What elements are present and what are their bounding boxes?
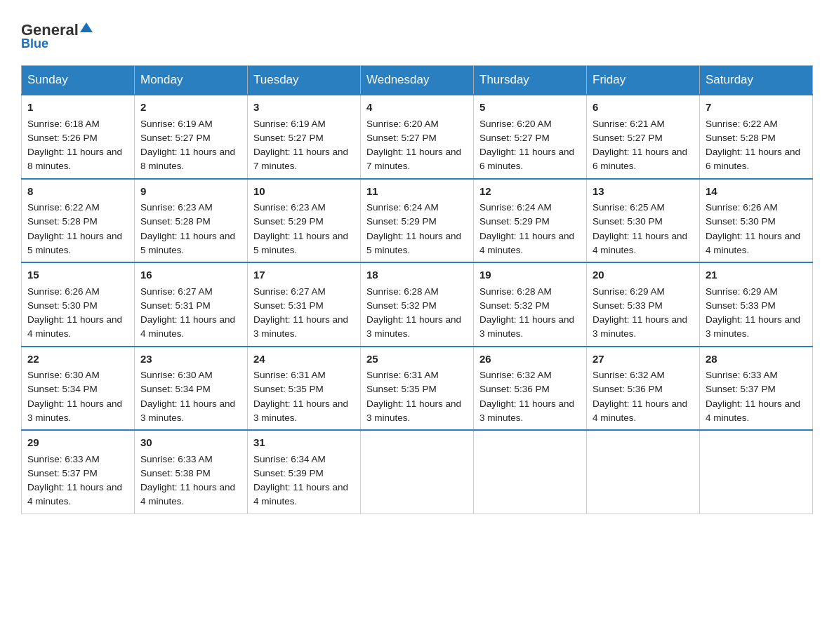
calendar-cell: 24 Sunrise: 6:31 AM Sunset: 5:35 PM Dayl…	[248, 347, 361, 431]
sunrise-label: Sunrise: 6:28 AM	[479, 286, 552, 297]
day-number: 15	[27, 267, 128, 283]
day-number: 25	[366, 351, 468, 368]
calendar-week-row: 29 Sunrise: 6:33 AM Sunset: 5:37 PM Dayl…	[22, 430, 813, 514]
daylight-label: Daylight: 11 hours and 4 minutes.	[140, 314, 235, 339]
sunset-label: Sunset: 5:29 PM	[253, 216, 324, 227]
day-header-sunday: Sunday	[22, 66, 135, 95]
calendar-cell: 23 Sunrise: 6:30 AM Sunset: 5:34 PM Dayl…	[135, 347, 248, 431]
page-header: General Blue	[21, 21, 813, 51]
sunrise-label: Sunrise: 6:29 AM	[593, 286, 665, 297]
day-number: 3	[253, 100, 355, 116]
day-number: 12	[479, 184, 581, 200]
calendar-week-row: 8 Sunrise: 6:22 AM Sunset: 5:28 PM Dayli…	[22, 179, 813, 263]
calendar-cell: 13 Sunrise: 6:25 AM Sunset: 5:30 PM Dayl…	[587, 179, 700, 263]
logo-triangle-icon	[80, 21, 93, 34]
sunrise-label: Sunrise: 6:27 AM	[253, 286, 326, 297]
sunset-label: Sunset: 5:27 PM	[366, 133, 437, 143]
daylight-label: Daylight: 11 hours and 3 minutes.	[706, 314, 800, 339]
calendar-cell: 22 Sunrise: 6:30 AM Sunset: 5:34 PM Dayl…	[22, 347, 135, 431]
daylight-label: Daylight: 11 hours and 4 minutes.	[253, 482, 348, 507]
daylight-label: Daylight: 11 hours and 6 minutes.	[479, 147, 574, 171]
sunset-label: Sunset: 5:36 PM	[593, 384, 663, 394]
sunrise-label: Sunrise: 6:28 AM	[366, 286, 439, 297]
day-number: 7	[706, 100, 807, 116]
daylight-label: Daylight: 11 hours and 7 minutes.	[366, 147, 461, 171]
sunset-label: Sunset: 5:28 PM	[27, 216, 98, 227]
logo-blue-text: Blue	[21, 36, 48, 51]
calendar-cell	[700, 430, 813, 514]
calendar-cell: 15 Sunrise: 6:26 AM Sunset: 5:30 PM Dayl…	[22, 262, 135, 347]
calendar-cell: 10 Sunrise: 6:23 AM Sunset: 5:29 PM Dayl…	[248, 179, 361, 263]
day-number: 18	[366, 267, 468, 283]
sunset-label: Sunset: 5:34 PM	[27, 384, 98, 394]
daylight-label: Daylight: 11 hours and 6 minutes.	[706, 147, 800, 171]
sunset-label: Sunset: 5:38 PM	[140, 468, 211, 478]
sunset-label: Sunset: 5:34 PM	[140, 384, 211, 394]
sunrise-label: Sunrise: 6:29 AM	[706, 286, 778, 297]
sunrise-label: Sunrise: 6:33 AM	[27, 454, 100, 464]
calendar-cell: 8 Sunrise: 6:22 AM Sunset: 5:28 PM Dayli…	[22, 179, 135, 263]
sunset-label: Sunset: 5:30 PM	[27, 300, 98, 311]
sunset-label: Sunset: 5:29 PM	[366, 216, 437, 227]
daylight-label: Daylight: 11 hours and 3 minutes.	[140, 398, 235, 423]
daylight-label: Daylight: 11 hours and 8 minutes.	[140, 147, 235, 171]
calendar-cell: 9 Sunrise: 6:23 AM Sunset: 5:28 PM Dayli…	[135, 179, 248, 263]
calendar-cell: 28 Sunrise: 6:33 AM Sunset: 5:37 PM Dayl…	[700, 347, 813, 431]
sunrise-label: Sunrise: 6:30 AM	[27, 370, 100, 380]
calendar-cell: 4 Sunrise: 6:20 AM Sunset: 5:27 PM Dayli…	[361, 95, 474, 179]
daylight-label: Daylight: 11 hours and 7 minutes.	[253, 147, 348, 171]
daylight-label: Daylight: 11 hours and 3 minutes.	[253, 398, 348, 423]
day-header-monday: Monday	[135, 66, 248, 95]
calendar-week-row: 22 Sunrise: 6:30 AM Sunset: 5:34 PM Dayl…	[22, 347, 813, 431]
calendar-cell: 17 Sunrise: 6:27 AM Sunset: 5:31 PM Dayl…	[248, 262, 361, 347]
day-header-friday: Friday	[587, 66, 700, 95]
sunrise-label: Sunrise: 6:30 AM	[140, 370, 213, 380]
daylight-label: Daylight: 11 hours and 4 minutes.	[479, 231, 574, 255]
sunrise-label: Sunrise: 6:20 AM	[366, 119, 439, 129]
daylight-label: Daylight: 11 hours and 3 minutes.	[27, 398, 122, 423]
sunset-label: Sunset: 5:36 PM	[479, 384, 550, 394]
sunset-label: Sunset: 5:27 PM	[479, 133, 550, 143]
day-number: 13	[593, 184, 694, 200]
daylight-label: Daylight: 11 hours and 5 minutes.	[140, 231, 235, 255]
sunset-label: Sunset: 5:32 PM	[479, 300, 550, 311]
calendar-cell: 12 Sunrise: 6:24 AM Sunset: 5:29 PM Dayl…	[474, 179, 587, 263]
sunrise-label: Sunrise: 6:22 AM	[706, 119, 778, 129]
day-number: 11	[366, 184, 468, 200]
calendar-cell: 21 Sunrise: 6:29 AM Sunset: 5:33 PM Dayl…	[700, 262, 813, 347]
sunset-label: Sunset: 5:35 PM	[253, 384, 324, 394]
sunrise-label: Sunrise: 6:33 AM	[140, 454, 213, 464]
sunset-label: Sunset: 5:31 PM	[253, 300, 324, 311]
sunset-label: Sunset: 5:27 PM	[253, 133, 324, 143]
day-number: 27	[593, 351, 694, 368]
daylight-label: Daylight: 11 hours and 6 minutes.	[593, 147, 687, 171]
sunrise-label: Sunrise: 6:31 AM	[366, 370, 439, 380]
calendar-cell: 26 Sunrise: 6:32 AM Sunset: 5:36 PM Dayl…	[474, 347, 587, 431]
calendar-cell: 3 Sunrise: 6:19 AM Sunset: 5:27 PM Dayli…	[248, 95, 361, 179]
sunrise-label: Sunrise: 6:33 AM	[706, 370, 778, 380]
day-number: 22	[27, 351, 128, 368]
sunset-label: Sunset: 5:28 PM	[140, 216, 211, 227]
daylight-label: Daylight: 11 hours and 4 minutes.	[706, 398, 800, 423]
calendar-table: SundayMondayTuesdayWednesdayThursdayFrid…	[21, 65, 813, 514]
logo: General Blue	[21, 21, 93, 51]
day-number: 23	[140, 351, 241, 368]
calendar-cell: 2 Sunrise: 6:19 AM Sunset: 5:27 PM Dayli…	[135, 95, 248, 179]
sunrise-label: Sunrise: 6:26 AM	[706, 202, 778, 213]
sunrise-label: Sunrise: 6:19 AM	[253, 119, 326, 129]
calendar-cell: 5 Sunrise: 6:20 AM Sunset: 5:27 PM Dayli…	[474, 95, 587, 179]
sunrise-label: Sunrise: 6:24 AM	[479, 202, 552, 213]
sunrise-label: Sunrise: 6:31 AM	[253, 370, 326, 380]
day-header-tuesday: Tuesday	[248, 66, 361, 95]
day-number: 19	[479, 267, 581, 283]
sunrise-label: Sunrise: 6:34 AM	[253, 454, 326, 464]
svg-marker-0	[80, 22, 93, 32]
calendar-cell	[474, 430, 587, 514]
sunrise-label: Sunrise: 6:23 AM	[140, 202, 213, 213]
sunrise-label: Sunrise: 6:19 AM	[140, 119, 213, 129]
calendar-header-row: SundayMondayTuesdayWednesdayThursdayFrid…	[22, 66, 813, 95]
sunset-label: Sunset: 5:27 PM	[593, 133, 663, 143]
sunrise-label: Sunrise: 6:32 AM	[479, 370, 552, 380]
calendar-cell: 6 Sunrise: 6:21 AM Sunset: 5:27 PM Dayli…	[587, 95, 700, 179]
calendar-cell: 20 Sunrise: 6:29 AM Sunset: 5:33 PM Dayl…	[587, 262, 700, 347]
